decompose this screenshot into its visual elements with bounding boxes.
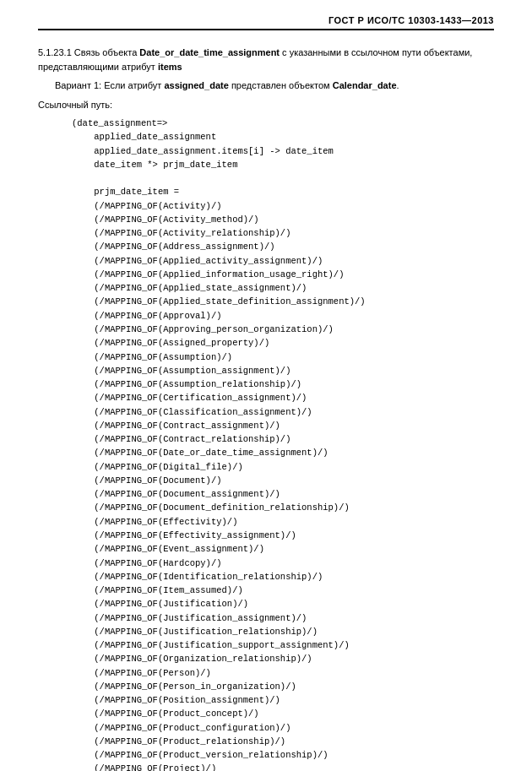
code-line-30: (/MAPPING_OF(Effectivity_assignment)/) [72,529,494,542]
code-line-28: (/MAPPING_OF(Document_definition_relatio… [72,501,494,514]
code-line-2: applied_date_assignment.items[i] -> date… [72,144,494,158]
code-line-38: (/MAPPING_OF(Justification_support_assig… [72,638,494,652]
code-line-0: (date_assignment=> [72,117,494,130]
code-line-40: (/MAPPING_OF(Person)/) [72,666,494,680]
code-line-16: (/MAPPING_OF(Assigned_property)/) [72,336,494,350]
code-line-8: (/MAPPING_OF(Activity_relationship)/) [72,226,494,240]
code-line-21: (/MAPPING_OF(Classification_assignment)/… [72,405,494,419]
code-line-7: (/MAPPING_OF(Activity_method)/) [72,213,494,226]
ref-path-label: Ссылочный путь: [38,98,494,112]
code-line-34: (/MAPPING_OF(Item_assumed)/) [72,584,494,597]
code-line-4 [72,171,494,185]
code-line-23: (/MAPPING_OF(Contract_relationship)/) [72,432,494,446]
code-block: (date_assignment=> applied_date_assignme… [38,117,494,771]
code-line-29: (/MAPPING_OF(Effectivity)/) [72,515,494,529]
code-line-26: (/MAPPING_OF(Document)/) [72,474,494,487]
code-line-15: (/MAPPING_OF(Approving_person_organizati… [72,323,494,336]
code-line-6: (/MAPPING_OF(Activity)/) [72,199,494,213]
code-line-11: (/MAPPING_OF(Applied_information_usage_r… [72,268,494,281]
code-line-5: prjm_date_item = [72,185,494,198]
code-line-36: (/MAPPING_OF(Justification_assignment)/) [72,611,494,625]
code-line-25: (/MAPPING_OF(Digital_file)/) [72,460,494,474]
code-line-31: (/MAPPING_OF(Event_assignment)/) [72,542,494,556]
code-line-47: (/MAPPING_OF(Project)/) [72,762,494,771]
code-line-41: (/MAPPING_OF(Person_in_organization)/) [72,680,494,693]
code-line-42: (/MAPPING_OF(Position_assignment)/) [72,693,494,707]
code-line-1: applied_date_assignment [72,130,494,144]
code-line-14: (/MAPPING_OF(Approval)/) [72,309,494,323]
code-line-19: (/MAPPING_OF(Assumption_relationship)/) [72,377,494,391]
intro-text: 5.1.23.1 Связь объекта Date_or_date_time… [38,47,472,72]
code-line-24: (/MAPPING_OF(Date_or_date_time_assignmen… [72,446,494,459]
code-line-27: (/MAPPING_OF(Document_assignment)/) [72,487,494,501]
code-line-12: (/MAPPING_OF(Applied_state_assignment)/) [72,281,494,295]
code-line-18: (/MAPPING_OF(Assumption_assignment)/) [72,364,494,377]
code-line-37: (/MAPPING_OF(Justification_relationship)… [72,625,494,638]
code-line-10: (/MAPPING_OF(Applied_activity_assignment… [72,254,494,268]
code-line-32: (/MAPPING_OF(Hardcopy)/) [72,557,494,570]
code-line-45: (/MAPPING_OF(Product_relationship)/) [72,735,494,748]
code-line-46: (/MAPPING_OF(Product_version_relationshi… [72,748,494,762]
code-line-43: (/MAPPING_OF(Product_concept)/) [72,707,494,720]
code-line-3: date_item *> prjm_date_item [72,158,494,171]
variant-label: Вариант 1: Если атрибут assigned_date пр… [38,79,494,93]
page: ГОСТ Р ИСО/ТС 10303-1433—2013 5.1.23.1 С… [0,0,532,771]
header-title: ГОСТ Р ИСО/ТС 10303-1433—2013 [328,15,494,25]
code-line-9: (/MAPPING_OF(Address_assignment)/) [72,240,494,253]
intro-paragraph: 5.1.23.1 Связь объекта Date_or_date_time… [38,46,494,73]
code-line-33: (/MAPPING_OF(Identification_relationship… [72,570,494,584]
code-line-13: (/MAPPING_OF(Applied_state_definition_as… [72,295,494,308]
page-header: ГОСТ Р ИСО/ТС 10303-1433—2013 [38,15,494,30]
code-line-20: (/MAPPING_OF(Certification_assignment)/) [72,391,494,405]
code-line-35: (/MAPPING_OF(Justification)/) [72,597,494,611]
code-line-39: (/MAPPING_OF(Organization_relationship)/… [72,652,494,665]
code-line-44: (/MAPPING_OF(Product_configuration)/) [72,721,494,735]
code-line-17: (/MAPPING_OF(Assumption)/) [72,350,494,364]
code-line-22: (/MAPPING_OF(Contract_assignment)/) [72,419,494,432]
